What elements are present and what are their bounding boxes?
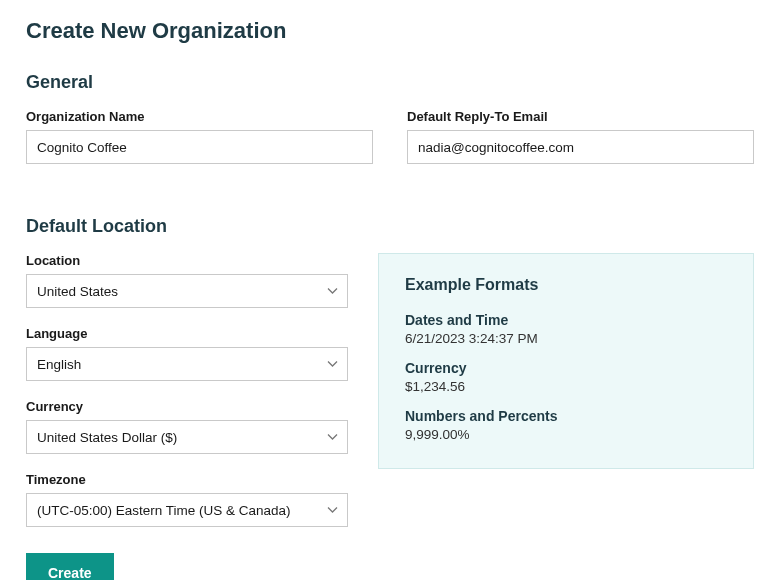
reply-to-input[interactable] bbox=[407, 130, 754, 164]
example-currency-value: $1,234.56 bbox=[405, 379, 727, 394]
language-select[interactable]: English bbox=[26, 347, 348, 381]
currency-label: Currency bbox=[26, 399, 348, 414]
currency-field: Currency United States Dollar ($) bbox=[26, 399, 348, 454]
page-title: Create New Organization bbox=[26, 18, 754, 44]
reply-to-label: Default Reply-To Email bbox=[407, 109, 754, 124]
general-section: General Organization Name Default Reply-… bbox=[26, 72, 754, 182]
example-dates-label: Dates and Time bbox=[405, 312, 727, 328]
example-numbers-block: Numbers and Percents 9,999.00% bbox=[405, 408, 727, 442]
timezone-label: Timezone bbox=[26, 472, 348, 487]
example-formats-heading: Example Formats bbox=[405, 276, 727, 294]
location-fields-column: Location United States Language English bbox=[26, 253, 348, 580]
currency-select[interactable]: United States Dollar ($) bbox=[26, 420, 348, 454]
general-heading: General bbox=[26, 72, 754, 93]
example-currency-block: Currency $1,234.56 bbox=[405, 360, 727, 394]
timezone-field: Timezone (UTC-05:00) Eastern Time (US & … bbox=[26, 472, 348, 527]
default-location-section: Default Location Location United States … bbox=[26, 216, 754, 580]
example-numbers-value: 9,999.00% bbox=[405, 427, 727, 442]
org-name-input[interactable] bbox=[26, 130, 373, 164]
reply-to-field: Default Reply-To Email bbox=[407, 109, 754, 164]
location-label: Location bbox=[26, 253, 348, 268]
default-location-heading: Default Location bbox=[26, 216, 754, 237]
language-label: Language bbox=[26, 326, 348, 341]
org-name-field: Organization Name bbox=[26, 109, 373, 164]
example-currency-label: Currency bbox=[405, 360, 727, 376]
timezone-select[interactable]: (UTC-05:00) Eastern Time (US & Canada) bbox=[26, 493, 348, 527]
location-field: Location United States bbox=[26, 253, 348, 308]
org-name-label: Organization Name bbox=[26, 109, 373, 124]
location-select[interactable]: United States bbox=[26, 274, 348, 308]
example-dates-value: 6/21/2023 3:24:37 PM bbox=[405, 331, 727, 346]
example-formats-panel: Example Formats Dates and Time 6/21/2023… bbox=[378, 253, 754, 469]
example-dates-block: Dates and Time 6/21/2023 3:24:37 PM bbox=[405, 312, 727, 346]
example-numbers-label: Numbers and Percents bbox=[405, 408, 727, 424]
create-button[interactable]: Create bbox=[26, 553, 114, 580]
language-field: Language English bbox=[26, 326, 348, 381]
